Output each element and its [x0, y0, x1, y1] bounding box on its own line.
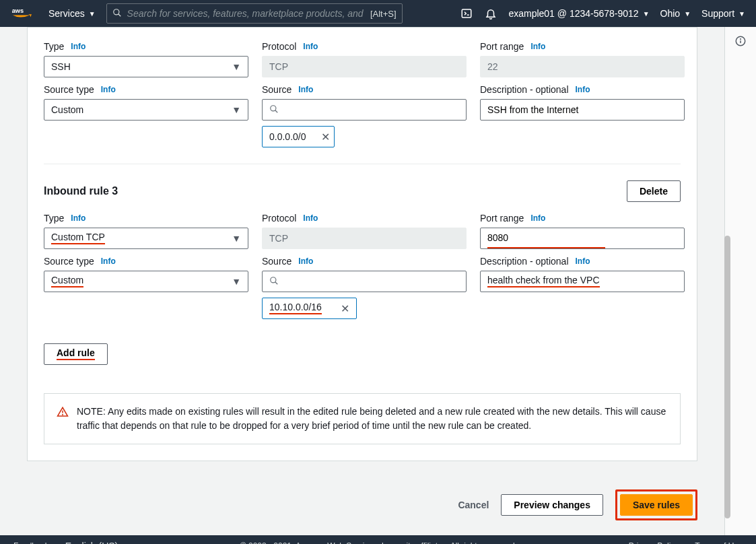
support-label: Support [701, 8, 734, 19]
add-rule-label: Add rule [57, 348, 95, 360]
search-icon [269, 276, 279, 287]
services-menu[interactable]: Services ▼ [48, 8, 96, 19]
feedback-link[interactable]: Feedback [13, 541, 49, 544]
svg-point-11 [63, 414, 63, 415]
caret-down-icon: ▼ [232, 233, 241, 244]
rule3-description-text: health check from the VPC [487, 275, 600, 287]
page-actions: Cancel Preview changes Save rules [0, 475, 724, 535]
svg-point-14 [741, 39, 741, 40]
rule3-type-select[interactable]: Custom TCP ▼ [44, 228, 248, 249]
rule3-portrange-text[interactable] [487, 228, 605, 248]
svg-line-2 [118, 13, 121, 16]
sourcetype-info-link[interactable]: Info [101, 257, 116, 266]
rule2-type-select[interactable]: SSH ▼ [44, 56, 248, 77]
rule3-source-chip-text: 10.10.0.0/16 [269, 302, 322, 314]
source-info-link[interactable]: Info [298, 85, 313, 94]
rule-2-row-1: Type Info SSH ▼ Protocol Info TCP [44, 41, 681, 77]
rule2-sourcetype-value: Custom [51, 104, 83, 115]
source-info-link[interactable]: Info [298, 257, 313, 266]
region-menu[interactable]: Ohio ▼ [660, 8, 691, 19]
rule2-portrange-value: 22 [487, 61, 498, 72]
rule2-source-input[interactable] [262, 99, 467, 121]
preview-changes-button[interactable]: Preview changes [501, 494, 603, 516]
rule-3-row-2: Source type Info Custom ▼ Source Info [44, 256, 681, 319]
type-label: Type [44, 213, 64, 224]
rule3-protocol-readonly: TCP [262, 228, 467, 249]
protocol-info-link[interactable]: Info [303, 213, 318, 223]
description-label: Description - optional [480, 256, 569, 267]
info-panel-icon[interactable] [734, 35, 747, 535]
rule3-source-text[interactable] [284, 271, 459, 292]
rule3-description-input[interactable]: health check from the VPC [480, 271, 685, 292]
portrange-info-link[interactable]: Info [530, 213, 545, 223]
rule3-title: Inbound rule 3 [44, 185, 118, 197]
scrollbar-thumb[interactable] [724, 236, 730, 518]
caret-down-icon: ▼ [643, 10, 650, 18]
rule2-protocol-readonly: TCP [262, 56, 467, 77]
chip-remove-icon[interactable]: ✕ [341, 302, 349, 315]
search-icon [112, 8, 122, 20]
protocol-info-link[interactable]: Info [303, 42, 318, 51]
rule3-portrange-input[interactable] [480, 228, 685, 249]
notifications-icon[interactable] [484, 7, 497, 20]
support-menu[interactable]: Support ▼ [701, 8, 745, 19]
global-search[interactable]: Search for services, features, marketpla… [106, 3, 403, 24]
type-info-link[interactable]: Info [71, 42, 85, 51]
caret-down-icon: ▼ [738, 10, 745, 18]
rule3-sourcetype-select[interactable]: Custom ▼ [44, 271, 248, 292]
portrange-info-link[interactable]: Info [530, 42, 545, 51]
description-info-link[interactable]: Info [576, 257, 590, 266]
caret-down-icon: ▼ [232, 276, 241, 287]
cancel-button[interactable]: Cancel [458, 500, 489, 510]
rule2-sourcetype-select[interactable]: Custom ▼ [44, 99, 248, 121]
top-nav: aws Services ▼ Search for services, feat… [0, 0, 756, 27]
rule3-source-input[interactable] [262, 271, 467, 292]
aws-logo[interactable]: aws [11, 6, 38, 21]
warning-text: NOTE: Any edits made on existing rules w… [77, 405, 668, 433]
save-highlight: Save rules [615, 489, 697, 520]
scrollbar[interactable] [724, 27, 730, 535]
rule2-source-chip-text: 0.0.0.0/0 [269, 131, 306, 142]
rule2-source-text[interactable] [284, 100, 459, 120]
protocol-label: Protocol [262, 213, 296, 224]
cloudshell-icon[interactable] [460, 7, 473, 20]
sourcetype-label: Source type [44, 84, 94, 95]
privacy-link[interactable]: Privacy Policy [629, 541, 679, 544]
rule2-description-input[interactable] [480, 99, 685, 121]
rule-3-row-1: Type Info Custom TCP ▼ Protocol Info TCP [44, 213, 681, 249]
type-info-link[interactable]: Info [71, 213, 85, 223]
language-label: English (US) [65, 541, 118, 544]
language-menu[interactable]: English (US) ▼ [65, 541, 129, 544]
rule2-description-text[interactable] [487, 100, 677, 120]
sourcetype-info-link[interactable]: Info [101, 85, 116, 94]
search-shortcut: [Alt+S] [370, 9, 397, 19]
description-info-link[interactable]: Info [576, 85, 590, 94]
rule-2-row-2: Source type Info Custom ▼ Source Info [44, 84, 681, 147]
region-label: Ohio [660, 8, 681, 19]
sourcetype-label: Source type [44, 256, 94, 267]
protocol-label: Protocol [262, 41, 296, 52]
rule3-type-value: Custom TCP [51, 232, 105, 244]
chip-remove-icon[interactable]: ✕ [321, 131, 330, 143]
copyright-text: © 2008 - 2021, Amazon Web Services, Inc.… [129, 541, 628, 544]
rule2-source-chip: 0.0.0.0/0 ✕ [262, 126, 335, 147]
svg-line-8 [275, 281, 278, 284]
caret-down-icon: ▼ [232, 104, 241, 115]
portrange-label: Port range [480, 213, 524, 224]
rule3-sourcetype-value: Custom [51, 275, 83, 287]
account-menu[interactable]: example01 @ 1234-5678-9012 ▼ [508, 8, 649, 19]
main-content: Type Info SSH ▼ Protocol Info TCP [0, 27, 724, 535]
caret-down-icon: ▼ [232, 61, 241, 72]
warning-notice: NOTE: Any edits made on existing rules w… [44, 393, 681, 444]
footer: Feedback English (US) ▼ © 2008 - 2021, A… [0, 535, 756, 544]
terms-link[interactable]: Terms of Use [695, 541, 743, 544]
services-label: Services [48, 8, 85, 19]
svg-point-1 [113, 9, 118, 14]
caret-down-icon: ▼ [684, 10, 691, 18]
save-rules-button[interactable]: Save rules [620, 494, 693, 516]
rule3-delete-button[interactable]: Delete [627, 180, 681, 202]
add-rule-button[interactable]: Add rule [44, 343, 108, 365]
caret-down-icon: ▼ [89, 10, 96, 18]
rule2-portrange-readonly: 22 [480, 56, 685, 77]
portrange-label: Port range [480, 41, 524, 52]
